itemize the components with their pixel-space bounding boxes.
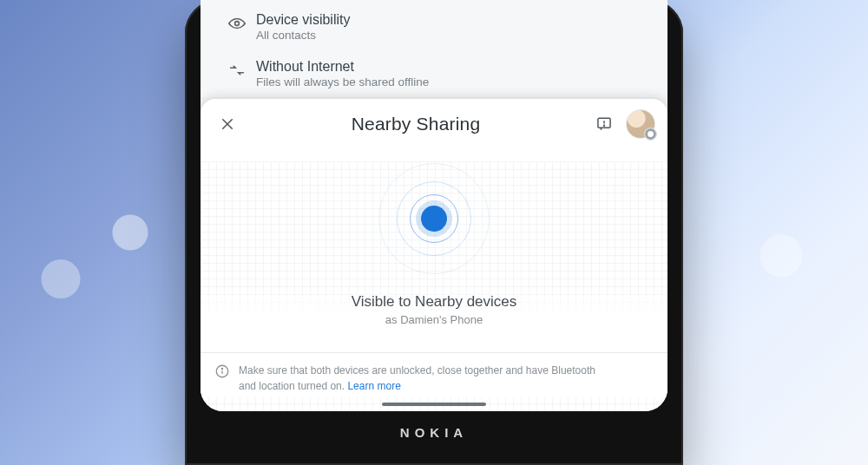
visibility-line2: as Damien's Phone bbox=[218, 313, 650, 326]
settings-row-title: Device visibility bbox=[256, 12, 350, 28]
radar-ring bbox=[410, 194, 458, 243]
gesture-handle[interactable] bbox=[382, 403, 486, 406]
svg-point-6 bbox=[221, 369, 222, 370]
phone-screen: Device visibility All contacts Without I… bbox=[201, 0, 667, 411]
settings-row-subtitle: All contacts bbox=[256, 29, 350, 42]
visibility-line1: Visible to Nearby devices bbox=[218, 293, 650, 311]
offline-icon bbox=[218, 59, 256, 80]
sheet-title: Nearby Sharing bbox=[242, 114, 589, 134]
sheet-header: Nearby Sharing bbox=[201, 99, 667, 149]
info-icon bbox=[214, 363, 230, 394]
close-icon[interactable] bbox=[213, 109, 242, 139]
learn-more-link[interactable]: Learn more bbox=[347, 380, 400, 392]
searching-radar bbox=[201, 149, 667, 288]
settings-background: Device visibility All contacts Without I… bbox=[201, 0, 667, 97]
nearby-sharing-sheet: Nearby Sharing Visible to Nearby devices… bbox=[201, 99, 667, 411]
settings-row-subtitle: Files will always be shared offline bbox=[256, 75, 429, 88]
hint-body: Make sure that both devices are unlocked… bbox=[239, 364, 595, 391]
hint-bar: Make sure that both devices are unlocked… bbox=[201, 352, 667, 397]
visibility-status: Visible to Nearby devices as Damien's Ph… bbox=[201, 288, 667, 352]
eye-icon bbox=[218, 12, 256, 33]
settings-row-title: Without Internet bbox=[256, 59, 429, 75]
phone-frame: Device visibility All contacts Without I… bbox=[185, 0, 683, 465]
svg-point-0 bbox=[235, 22, 240, 26]
settings-row-without-internet[interactable]: Without Internet Files will always be sh… bbox=[201, 50, 667, 97]
phone-brand-label: NOKIA bbox=[201, 411, 667, 440]
settings-row-device-visibility[interactable]: Device visibility All contacts bbox=[201, 3, 667, 50]
feedback-icon[interactable] bbox=[589, 109, 619, 139]
hint-text: Make sure that both devices are unlocked… bbox=[239, 363, 603, 394]
svg-point-3 bbox=[604, 125, 605, 126]
profile-avatar[interactable] bbox=[626, 109, 655, 139]
